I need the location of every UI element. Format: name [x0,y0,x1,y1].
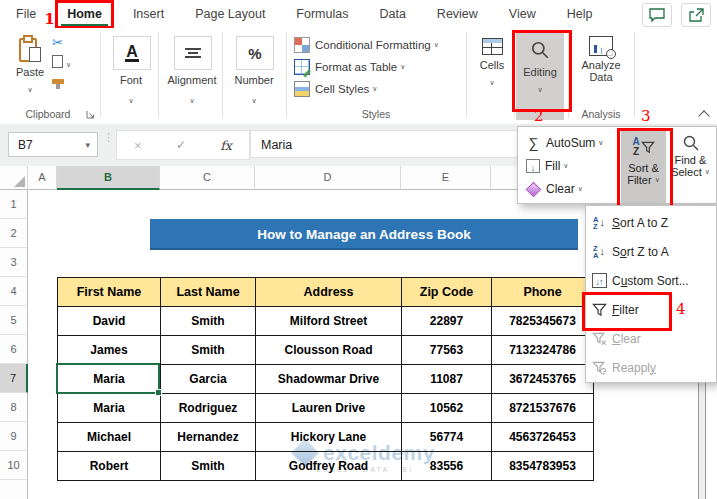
table-cell[interactable]: Robert [58,452,161,481]
collapse-ribbon-icon[interactable] [698,110,709,121]
tab-help[interactable]: Help [565,0,595,28]
comments-button[interactable] [642,3,672,27]
table-cell[interactable]: 56774 [402,423,492,452]
format-as-table-button[interactable]: Format as Table [294,59,405,75]
font-button[interactable]: A [113,36,151,70]
tab-file[interactable]: File [14,0,38,28]
table-cell[interactable]: Michael [58,423,161,452]
conditional-formatting-button[interactable]: Conditional Formatting [294,37,439,53]
chevron-down-icon [66,53,71,71]
table-cell[interactable]: 83556 [402,452,492,481]
copy-button[interactable] [52,55,96,68]
menu-item-label: Sort A to Z [612,216,668,230]
sort-filter-button[interactable]: AZ Sort & Filter [621,129,666,203]
cell-styles-button[interactable]: Cell Styles [294,81,377,97]
row-header-4[interactable]: 4 [0,277,28,306]
clipboard-dialog-launcher-icon[interactable] [86,110,95,119]
menu-item-sort-z-to-a[interactable]: ZA↓ Sort Z to A [586,237,716,266]
tab-data[interactable]: Data [377,0,407,28]
tab-formulas[interactable]: Formulas [294,0,350,28]
tab-home[interactable]: Home 1 [65,0,104,28]
column-header-d[interactable]: D [255,166,401,190]
table-cell[interactable]: 10562 [402,394,492,423]
chevron-down-icon[interactable] [128,89,133,106]
analyze-data-button[interactable]: Analyze Data [572,32,630,110]
find-select-button[interactable]: Find & Select [668,129,713,203]
annotation-step-3: 3 [641,107,651,125]
vertical-scrollbar[interactable] [698,378,706,499]
table-cell[interactable]: 7825345673 [492,307,594,336]
table-cell[interactable]: Garcia [161,365,256,394]
table-cell[interactable]: 8354783953 [492,452,594,481]
table-cell[interactable]: 3672453765 [492,365,594,394]
table-cell[interactable]: Smith [161,307,256,336]
row-header-2[interactable]: 2 [0,219,28,248]
table-cell[interactable]: 11087 [402,365,492,394]
row-header-7[interactable]: 7 [0,364,28,393]
enter-icon[interactable]: ✓ [176,138,186,152]
select-all-triangle-icon [14,176,25,187]
row-header-5[interactable]: 5 [0,306,28,335]
paste-button[interactable]: Paste [10,34,50,104]
row-header-1[interactable]: 1 [0,190,28,219]
format-as-table-icon [294,59,310,75]
row-header-10[interactable]: 10 [0,451,28,480]
number-button[interactable]: % [236,36,274,70]
sort-za-icon: ZA↓ [586,245,612,259]
table-cell[interactable]: Rodriguez [161,394,256,423]
table-cell[interactable]: Smith [161,452,256,481]
chevron-down-icon[interactable] [251,89,256,106]
row-header-8[interactable]: 8 [0,393,28,422]
styles-group-label: Styles [286,108,466,120]
table-cell[interactable]: Milford Street [256,307,402,336]
table-cell[interactable]: Shadowmar Drive [256,365,402,394]
name-box-dropdown-icon[interactable]: ▾ [85,133,90,158]
table-cell[interactable]: Godfrey Road [256,452,402,481]
table-cell[interactable]: Clousson Road [256,336,402,365]
fill-button[interactable]: ↓ Fill [526,157,568,175]
column-header-e[interactable]: E [401,166,491,190]
chevron-down-icon[interactable] [189,89,194,106]
table-cell[interactable]: 7132324786 [492,336,594,365]
menu-item-custom-sort[interactable]: ↓↑ Custom Sort... [586,266,716,295]
menu-item-sort-a-to-z[interactable]: AZ↓ Sort A to Z [586,208,716,237]
table-cell[interactable]: 8721537676 [492,394,594,423]
table-cell[interactable]: Maria [58,394,161,423]
column-header-a[interactable]: A [28,166,57,190]
share-button[interactable] [681,3,711,27]
table-cell[interactable]: Hernandez [161,423,256,452]
column-header-b[interactable]: B [57,166,160,190]
cancel-icon[interactable]: × [134,138,142,153]
tab-view[interactable]: View [507,0,538,28]
row-header-partial [0,480,28,499]
select-all-button[interactable] [0,166,28,190]
table-cell[interactable]: James [58,336,161,365]
cells-button[interactable]: Cells [470,32,514,110]
tab-review[interactable]: Review [435,0,480,28]
alignment-button[interactable] [174,36,212,70]
table-cell[interactable]: Smith [161,336,256,365]
row-header-9[interactable]: 9 [0,422,28,451]
table-cell[interactable]: 22897 [402,307,492,336]
autosum-button[interactable]: ∑ AutoSum [526,134,603,152]
cut-button[interactable]: ✂ [52,36,96,49]
fill-icon: ↓ [526,159,540,173]
table-header: First Name [58,278,161,307]
table-cell[interactable]: Hickory Lane [256,423,402,452]
share-icon [689,8,704,22]
table-cell[interactable]: 77563 [402,336,492,365]
name-box[interactable]: B7 ▾ [8,132,98,157]
row-header-3[interactable]: 3 [0,248,28,277]
table-cell[interactable]: 4563726453 [492,423,594,452]
table-cell[interactable]: David [58,307,161,336]
table-cell[interactable]: Lauren Drive [256,394,402,423]
format-painter-button[interactable] [52,74,96,87]
tab-page-layout[interactable]: Page Layout [193,0,267,28]
tab-insert[interactable]: Insert [131,0,166,28]
format-painter-icon [52,79,64,84]
row-header-6[interactable]: 6 [0,335,28,364]
clear-button[interactable]: Clear [526,180,583,198]
menu-item-filter[interactable]: Filter 4 [586,295,716,324]
column-header-c[interactable]: C [160,166,255,190]
insert-function-icon[interactable]: fx [220,138,232,153]
